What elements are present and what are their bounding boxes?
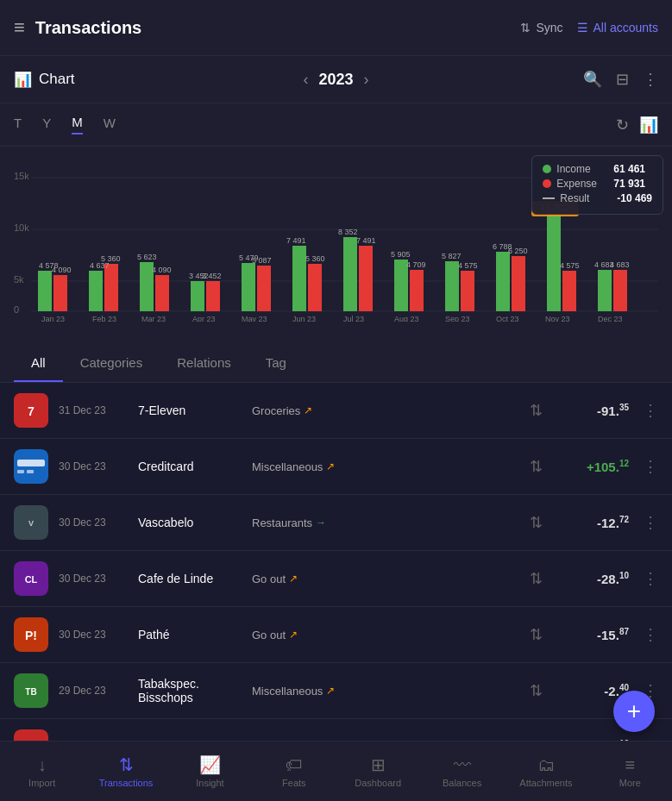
svg-text:6 250: 6 250 [508, 247, 528, 255]
svg-rect-28 [242, 263, 255, 311]
sort-icon[interactable]: ⇅ [530, 401, 543, 420]
prev-year-button[interactable]: ‹ [303, 71, 308, 89]
transaction-date: 29 Dec 23 [59, 685, 128, 697]
merchant-logo: P! [14, 617, 48, 652]
period-tabs: T Y M W ↻ 📊 [0, 103, 672, 147]
tab-t[interactable]: T [14, 116, 22, 134]
accounts-button[interactable]: ☰ All accounts [577, 21, 658, 34]
subheader-actions: 🔍 ⊟ ⋮ [583, 70, 658, 89]
sort-icon[interactable]: ⇅ [530, 625, 543, 644]
tab-w[interactable]: W [104, 116, 116, 134]
transaction-date: 30 Dec 23 [59, 460, 128, 472]
svg-rect-65 [598, 270, 612, 311]
svg-text:May 23: May 23 [242, 315, 267, 322]
filter-tab-all[interactable]: All [14, 345, 63, 382]
svg-text:8 352: 8 352 [338, 228, 358, 236]
svg-rect-34 [308, 264, 322, 311]
transaction-category: Miscellaneous ↗ [252, 460, 512, 473]
category-arrow-icon: ↗ [304, 404, 312, 416]
svg-rect-44 [410, 270, 424, 311]
refresh-icon[interactable]: ↻ [616, 116, 629, 135]
transaction-amount: -15.87 [560, 627, 629, 642]
svg-text:7 491: 7 491 [286, 236, 306, 245]
nav-item-dashboard[interactable]: ⊞ Dashboard [336, 742, 420, 801]
sync-button[interactable]: ⇅ Sync [520, 21, 562, 34]
svg-text:4 090: 4 090 [52, 266, 72, 274]
svg-text:Oct 23: Oct 23 [496, 315, 519, 322]
nav-item-attachments[interactable]: 🗂 Attachments [504, 742, 587, 801]
svg-text:5 360: 5 360 [101, 254, 121, 263]
svg-text:CL: CL [25, 574, 38, 585]
transaction-amount: +105.12 [560, 459, 629, 474]
nav-item-feats[interactable]: 🏷 Feats [252, 742, 336, 801]
nav-item-balances[interactable]: 〰 Balances [420, 742, 504, 801]
bar-chart-icon[interactable]: 📊 [639, 116, 658, 135]
filter-tab-categories[interactable]: Categories [63, 345, 160, 382]
header: ≡ Transactions ⇅ Sync ☰ All accounts [0, 0, 672, 56]
search-icon[interactable]: 🔍 [583, 70, 602, 89]
svg-rect-58 [547, 215, 561, 311]
category-arrow-icon: ↗ [326, 685, 335, 697]
tab-m[interactable]: M [72, 115, 83, 135]
sort-icon[interactable]: ⇅ [530, 513, 543, 532]
svg-text:Mar 23: Mar 23 [141, 315, 166, 322]
nav-item-insight[interactable]: 📈 Insight [168, 742, 252, 801]
next-year-button[interactable]: › [364, 71, 369, 89]
transaction-category: Miscellaneous ↗ [252, 685, 512, 698]
svg-rect-49 [461, 271, 474, 311]
row-menu-icon[interactable]: ⋮ [643, 513, 658, 532]
row-menu-icon[interactable]: ⋮ [643, 457, 658, 476]
expense-dot [543, 179, 551, 188]
svg-rect-23 [191, 281, 204, 311]
legend-expense: Expense 71 931 [543, 178, 652, 190]
nav-item-import[interactable]: ↓ Import [0, 742, 84, 801]
row-menu-icon[interactable]: ⋮ [643, 625, 658, 644]
sort-icon[interactable]: ⇅ [530, 457, 543, 476]
transaction-category: Restaurants → [252, 516, 512, 529]
svg-rect-19 [155, 275, 169, 311]
sort-icon[interactable]: ⇅ [530, 681, 543, 700]
tab-y[interactable]: Y [42, 116, 51, 134]
merchant-name: Vascabelo [138, 516, 242, 529]
nav-item-more[interactable]: ≡ More [588, 742, 672, 801]
transaction-category: Go out ↗ [252, 629, 512, 641]
svg-text:TB: TB [25, 687, 36, 697]
more-options-icon[interactable]: ⋮ [643, 70, 658, 89]
sync-icon: ⇅ [520, 21, 531, 34]
chart-legend: Income 61 461 Expense 71 931 Result -10 … [531, 155, 663, 215]
merchant-name: 7-Eleven [138, 404, 242, 417]
filter-tab-tag[interactable]: Tag [248, 345, 304, 382]
nav-item-transactions[interactable]: ⇅ Transactions [84, 742, 167, 801]
svg-rect-33 [292, 246, 306, 311]
transaction-date: 30 Dec 23 [59, 573, 128, 585]
year-display: 2023 [318, 71, 353, 89]
transaction-date: 30 Dec 23 [59, 629, 128, 641]
nav-label-import: Import [28, 778, 55, 788]
category-arrow-icon: → [316, 516, 326, 529]
more-icon: ≡ [625, 755, 635, 775]
bar-chart: Income 61 461 Expense 71 931 Result -10 … [0, 147, 672, 345]
dashboard-icon: ⊞ [371, 754, 386, 775]
transaction-row: 30 Dec 23 Creditcard Miscellaneous ↗ ⇅ +… [0, 439, 672, 495]
year-navigation: ‹ 2023 › [303, 71, 368, 89]
filter-tab-relations[interactable]: Relations [160, 345, 248, 382]
sort-icon[interactable]: ⇅ [530, 569, 543, 588]
svg-text:V: V [28, 519, 34, 528]
nav-label-dashboard: Dashboard [355, 778, 401, 788]
menu-icon[interactable]: ≡ [14, 16, 25, 39]
svg-text:7 491: 7 491 [356, 236, 376, 245]
row-menu-icon[interactable]: ⋮ [643, 401, 658, 420]
income-dot [543, 165, 551, 173]
svg-rect-24 [206, 281, 220, 311]
feats-icon: 🏷 [286, 755, 303, 775]
svg-text:Sep 23: Sep 23 [445, 315, 470, 322]
svg-rect-75 [27, 470, 34, 473]
row-menu-icon[interactable]: ⋮ [643, 569, 658, 588]
header-right: ⇅ Sync ☰ All accounts [520, 21, 658, 34]
svg-text:4 575: 4 575 [458, 261, 478, 270]
chart-section-label: 📊 Chart [14, 71, 583, 89]
filter-icon[interactable]: ⊟ [616, 70, 629, 89]
add-transaction-button[interactable]: + [613, 691, 655, 732]
nav-label-attachments: Attachments [519, 778, 572, 788]
svg-text:0: 0 [14, 304, 19, 315]
